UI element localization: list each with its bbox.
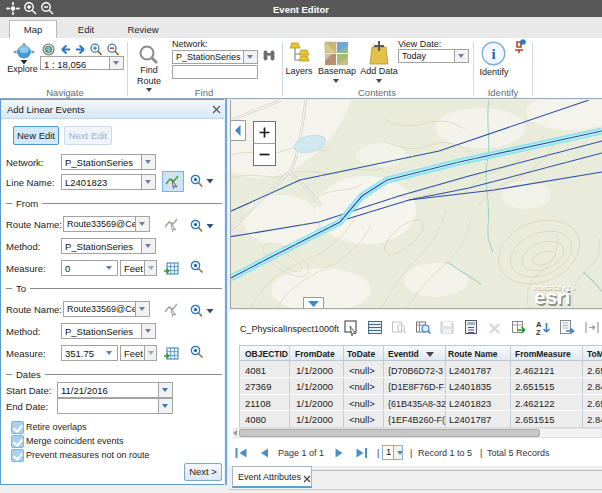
svg-text:i: i (491, 46, 495, 62)
svg-text:esri: esri (534, 285, 570, 308)
svg-text:Z: Z (536, 328, 541, 337)
